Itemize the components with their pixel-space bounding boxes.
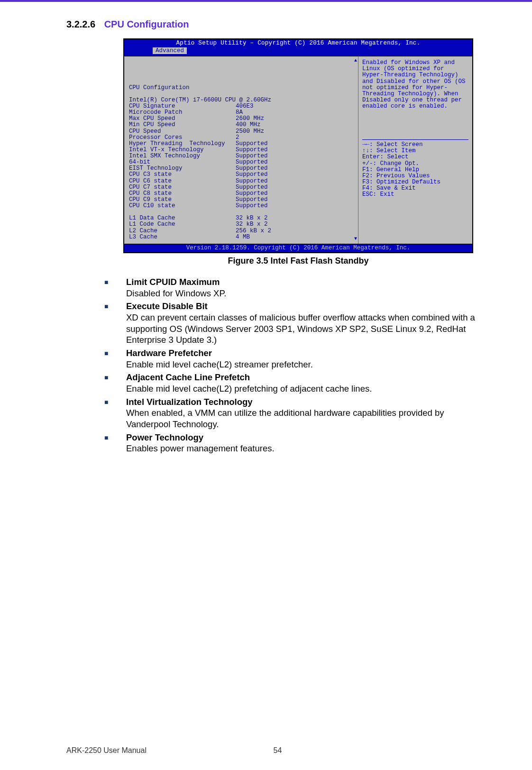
option-title: Adjacent Cache Line Prefetch [126, 372, 475, 383]
manual-page: 3.2.2.6 CPU Configuration Aptio Setup Ut… [0, 0, 532, 770]
option-item: ■Limit CPUID MaximumDisabled for Windows… [104, 276, 475, 299]
option-body: Limit CPUID MaximumDisabled for Windows … [126, 276, 475, 299]
option-description: XD can prevent certain classes of malici… [126, 312, 475, 346]
bullet-icon: ■ [104, 348, 126, 370]
option-title: Intel Virtualization Technology [126, 396, 475, 408]
footer-page-number: 54 [80, 746, 475, 755]
bios-divider [362, 139, 468, 140]
section-number: 3.2.2.6 [66, 19, 95, 29]
bios-key-legend: →←: Select Screen ↑↓: Select Item Enter:… [362, 142, 468, 198]
figure-caption: Figure 3.5 Intel Fast Flash Standby [123, 256, 473, 266]
bios-tab-advanced: Advanced [153, 47, 187, 54]
option-body: Power TechnologyEnables power management… [126, 432, 475, 454]
option-item: ■Intel Virtualization TechnologyWhen ena… [104, 396, 475, 430]
option-title: Limit CPUID Maximum [126, 276, 475, 288]
option-description: Enables power management features. [126, 443, 475, 454]
page-footer: ARK-2250 User Manual 54 [66, 746, 475, 755]
option-item: ■Power TechnologyEnables power managemen… [104, 432, 475, 454]
bullet-icon: ■ [104, 301, 126, 346]
option-description: Enable mid level cache(L2) streamer pref… [126, 359, 475, 370]
option-title: Power Technology [126, 432, 475, 443]
option-item: ■Execute Disable BitXD can prevent certa… [104, 301, 475, 346]
option-description: When enabled, a VMM can utilize the addi… [126, 407, 475, 430]
option-item: ■Adjacent Cache Line PrefetchEnable mid … [104, 372, 475, 394]
bios-titlebar: Aptio Setup Utility – Copyright (C) 2016… [124, 39, 472, 47]
bios-body: ▲ ▼ CPU Configuration Intel(R) Core(TM) … [124, 56, 472, 244]
bios-right-panel: Enabled for Windows XP and Linux (OS opt… [358, 56, 472, 244]
bullet-icon: ■ [104, 396, 126, 430]
section-heading: 3.2.2.6 CPU Configuration [66, 19, 475, 30]
option-list: ■Limit CPUID MaximumDisabled for Windows… [104, 276, 475, 454]
bullet-icon: ■ [104, 432, 126, 454]
scroll-up-icon: ▲ [354, 58, 357, 64]
bios-left-panel: ▲ ▼ CPU Configuration Intel(R) Core(TM) … [124, 56, 358, 244]
option-body: Adjacent Cache Line PrefetchEnable mid l… [126, 372, 475, 394]
option-item: ■Hardware PrefetcherEnable mid level cac… [104, 348, 475, 370]
option-title: Execute Disable Bit [126, 301, 475, 312]
bullet-icon: ■ [104, 276, 126, 299]
option-title: Hardware Prefetcher [126, 348, 475, 359]
bios-help-text: Enabled for Windows XP and Linux (OS opt… [362, 60, 468, 126]
option-description: Enable mid level cache(L2) prefetching o… [126, 383, 475, 394]
scroll-down-icon: ▼ [354, 237, 357, 242]
option-body: Execute Disable BitXD can prevent certai… [126, 301, 475, 346]
section-title: CPU Configuration [104, 19, 189, 29]
bios-footer: Version 2.18.1259. Copyright (C) 2016 Am… [124, 244, 472, 252]
bios-tab-row: Advanced [124, 47, 472, 56]
bullet-icon: ■ [104, 372, 126, 394]
bios-left-text: CPU Configuration Intel(R) Core(TM) i7-6… [129, 85, 353, 240]
bios-screenshot: Aptio Setup Utility – Copyright (C) 2016… [123, 38, 473, 253]
option-body: Hardware PrefetcherEnable mid level cach… [126, 348, 475, 370]
option-description: Disabled for Windows XP. [126, 288, 475, 299]
option-body: Intel Virtualization TechnologyWhen enab… [126, 396, 475, 430]
